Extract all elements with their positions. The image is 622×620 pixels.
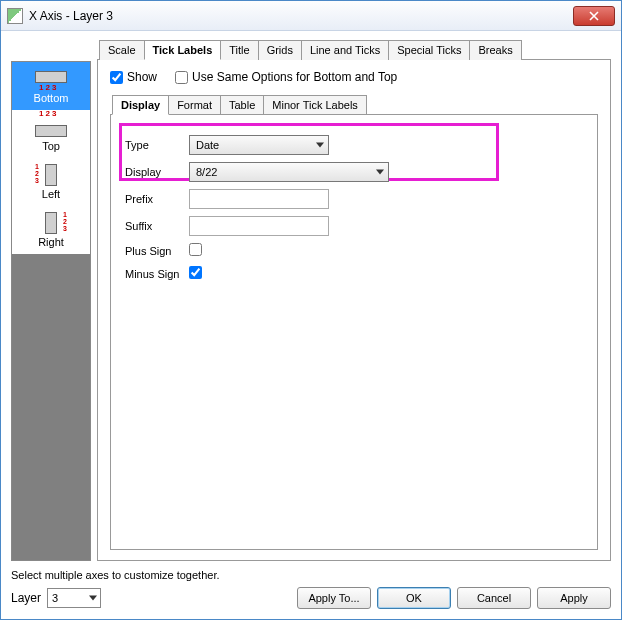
cancel-button[interactable]: Cancel — [457, 587, 531, 609]
apply-to-button[interactable]: Apply To... — [297, 587, 371, 609]
side-label: Left — [42, 188, 60, 200]
side-item-left[interactable]: 123 Left — [12, 158, 90, 206]
side-item-right[interactable]: 123 Right — [12, 206, 90, 254]
tab-line-and-ticks[interactable]: Line and Ticks — [301, 40, 389, 60]
show-checkbox-wrap[interactable]: Show — [110, 70, 157, 84]
suffix-input[interactable] — [189, 216, 329, 236]
tab-grids[interactable]: Grids — [258, 40, 302, 60]
same-options-label: Use Same Options for Bottom and Top — [192, 70, 397, 84]
dialog-body: 123 Bottom 123 Top 123 Left — [1, 31, 621, 619]
close-icon — [589, 11, 599, 21]
layer-value: 3 — [52, 592, 58, 604]
dialog-window: X Axis - Layer 3 123 Bottom 123 Top — [0, 0, 622, 620]
chevron-down-icon — [316, 143, 324, 148]
tab-display[interactable]: Display — [112, 95, 169, 115]
display-label: Display — [125, 166, 189, 178]
tab-breaks[interactable]: Breaks — [469, 40, 521, 60]
apply-button[interactable]: Apply — [537, 587, 611, 609]
tab-special-ticks[interactable]: Special Ticks — [388, 40, 470, 60]
thumb-top: 123 — [29, 116, 73, 138]
window-title: X Axis - Layer 3 — [29, 9, 573, 23]
chevron-down-icon — [89, 596, 97, 601]
show-checkbox[interactable] — [110, 71, 123, 84]
prefix-input[interactable] — [189, 189, 329, 209]
app-icon — [7, 8, 23, 24]
tab-table[interactable]: Table — [220, 95, 264, 115]
outer-tabstrip: Scale Tick Labels Title Grids Line and T… — [97, 39, 611, 59]
type-value: Date — [196, 139, 219, 151]
tab-title[interactable]: Title — [220, 40, 258, 60]
lower-area: Select multiple axes to customize togeth… — [11, 561, 611, 609]
thumb-left: 123 — [29, 164, 73, 186]
tab-minor-tick-labels[interactable]: Minor Tick Labels — [263, 95, 367, 115]
show-label: Show — [127, 70, 157, 84]
side-item-bottom[interactable]: 123 Bottom — [12, 62, 90, 110]
type-label: Type — [125, 139, 189, 151]
form-grid: Type Date Display 8/22 Prefix — [125, 135, 505, 282]
display-combo[interactable]: 8/22 — [189, 162, 389, 182]
show-row: Show Use Same Options for Bottom and Top — [110, 70, 598, 84]
hint-text: Select multiple axes to customize togeth… — [11, 569, 611, 581]
side-item-top[interactable]: 123 Top — [12, 110, 90, 158]
side-label: Bottom — [34, 92, 69, 104]
same-options-checkbox-wrap[interactable]: Use Same Options for Bottom and Top — [175, 70, 397, 84]
plus-sign-checkbox[interactable] — [189, 243, 202, 256]
minus-sign-label: Minus Sign — [125, 268, 189, 280]
axis-side-list: 123 Bottom 123 Top 123 Left — [11, 61, 91, 561]
side-label: Right — [38, 236, 64, 248]
close-button[interactable] — [573, 6, 615, 26]
upper-area: 123 Bottom 123 Top 123 Left — [11, 39, 611, 561]
tab-tick-labels[interactable]: Tick Labels — [144, 40, 222, 60]
right-area: Scale Tick Labels Title Grids Line and T… — [97, 39, 611, 561]
side-label: Top — [42, 140, 60, 152]
inner-tabstrip: Display Format Table Minor Tick Labels — [110, 94, 598, 114]
outer-panel: Show Use Same Options for Bottom and Top… — [97, 59, 611, 561]
thumb-right: 123 — [29, 212, 73, 234]
same-options-checkbox[interactable] — [175, 71, 188, 84]
bottom-row: Layer 3 Apply To... OK Cancel Apply — [11, 587, 611, 609]
layer-combo[interactable]: 3 — [47, 588, 101, 608]
inner-panel: Type Date Display 8/22 Prefix — [110, 114, 598, 550]
type-combo[interactable]: Date — [189, 135, 329, 155]
prefix-label: Prefix — [125, 193, 189, 205]
chevron-down-icon — [376, 170, 384, 175]
tab-scale[interactable]: Scale — [99, 40, 145, 60]
titlebar: X Axis - Layer 3 — [1, 1, 621, 31]
plus-sign-label: Plus Sign — [125, 245, 189, 257]
tab-format[interactable]: Format — [168, 95, 221, 115]
layer-label: Layer — [11, 591, 41, 605]
thumb-bottom: 123 — [29, 68, 73, 90]
suffix-label: Suffix — [125, 220, 189, 232]
ok-button[interactable]: OK — [377, 587, 451, 609]
display-value: 8/22 — [196, 166, 217, 178]
minus-sign-checkbox[interactable] — [189, 266, 202, 279]
